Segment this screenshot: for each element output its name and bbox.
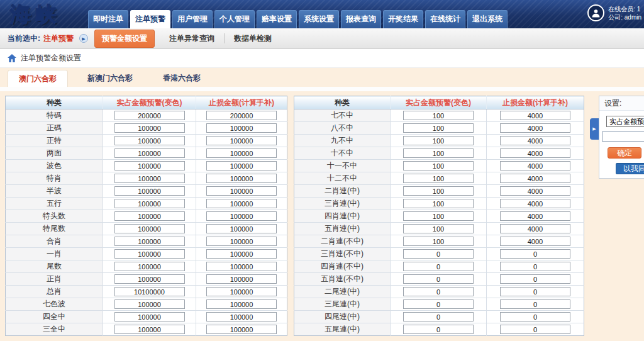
stop-amount-input[interactable] [500, 136, 570, 145]
warn-amount-input[interactable] [403, 262, 474, 271]
warn-amount-input[interactable] [403, 287, 474, 296]
warn-amount-input[interactable] [114, 161, 185, 170]
bet-kind-label: 正碼 [6, 122, 103, 135]
stop-amount-input[interactable] [500, 287, 570, 296]
stop-amount-input[interactable] [206, 299, 277, 309]
warn-amount-input[interactable] [403, 224, 474, 233]
warn-amount-input[interactable] [114, 186, 185, 196]
stop-amount-input[interactable] [206, 174, 277, 183]
nav-tab-9[interactable]: 退出系统 [467, 10, 508, 28]
stop-amount-input[interactable] [206, 211, 277, 221]
warn-amount-input[interactable] [403, 123, 474, 133]
warning-type-select[interactable]: 实占金额预警 [606, 116, 644, 127]
stop-amount-input[interactable] [500, 174, 570, 183]
warn-amount-input[interactable] [403, 325, 474, 334]
warn-amount-input[interactable] [114, 211, 185, 221]
stop-amount-input[interactable] [500, 161, 570, 170]
warn-amount-cell [103, 311, 196, 323]
stop-amount-input[interactable] [500, 262, 570, 271]
warn-amount-input[interactable] [403, 161, 474, 170]
nav-tab-2[interactable]: 用户管理 [172, 10, 213, 28]
warn-amount-input[interactable] [114, 136, 185, 145]
toolbar-button-2[interactable]: 数据单检测 [225, 33, 281, 44]
stop-amount-input[interactable] [500, 274, 570, 284]
stop-amount-input[interactable] [500, 299, 570, 309]
lottery-tab-2[interactable]: 香港六合彩 [152, 70, 211, 87]
stop-amount-input[interactable] [206, 136, 277, 145]
stop-amount-input[interactable] [206, 325, 277, 334]
stop-amount-input[interactable] [206, 111, 277, 120]
warn-amount-input[interactable] [114, 262, 185, 271]
warn-amount-input[interactable] [114, 325, 185, 334]
warn-amount-input[interactable] [114, 148, 185, 158]
home-icon [8, 54, 16, 62]
stop-amount-input[interactable] [500, 312, 570, 321]
stop-amount-input[interactable] [500, 249, 570, 259]
warn-amount-input[interactable] [114, 224, 185, 233]
warn-amount-input[interactable] [403, 186, 474, 196]
stop-amount-input[interactable] [500, 199, 570, 208]
expand-arrow-icon[interactable]: ▶ [79, 34, 88, 43]
stop-amount-input[interactable] [500, 111, 570, 120]
stop-amount-input[interactable] [500, 186, 570, 196]
warn-amount-input[interactable] [403, 148, 474, 158]
warn-amount-input[interactable] [403, 237, 474, 246]
nav-tab-4[interactable]: 赔率设置 [257, 10, 297, 28]
warn-amount-input[interactable] [403, 249, 474, 259]
nav-tab-8[interactable]: 在线统计 [425, 10, 465, 28]
warn-amount-input[interactable] [114, 174, 185, 183]
stop-amount-input[interactable] [206, 262, 277, 271]
warn-amount-input[interactable] [403, 211, 474, 221]
stop-amount-input[interactable] [206, 312, 277, 321]
warn-amount-cell [103, 147, 196, 160]
page-title: 注单预警金额设置 [21, 53, 81, 64]
stop-amount-input[interactable] [500, 148, 570, 158]
warn-amount-cell [103, 210, 196, 223]
warn-amount-input[interactable] [114, 299, 185, 309]
warn-amount-input[interactable] [403, 111, 474, 120]
warn-amount-input[interactable] [403, 199, 474, 208]
lottery-tab-0[interactable]: 澳门六合彩 [8, 70, 68, 87]
warn-amount-input[interactable] [403, 136, 474, 145]
nav-tab-5[interactable]: 系统设置 [299, 10, 339, 28]
stop-amount-input[interactable] [206, 123, 277, 133]
stop-amount-input[interactable] [500, 211, 570, 221]
warn-amount-input[interactable] [114, 123, 185, 133]
stop-amount-input[interactable] [500, 237, 570, 246]
batch-amount-input[interactable] [602, 131, 644, 142]
nav-tab-6[interactable]: 报表查询 [341, 10, 381, 28]
stop-amount-input[interactable] [206, 148, 277, 158]
warn-amount-input[interactable] [114, 274, 185, 284]
nav-tab-7[interactable]: 开奖结果 [383, 10, 423, 28]
nav-tab-0[interactable]: 即时注单 [88, 10, 128, 28]
toolbar-button-1[interactable]: 注单异常查询 [160, 33, 224, 44]
stop-amount-input[interactable] [206, 161, 277, 170]
stop-amount-input[interactable] [206, 186, 277, 196]
stop-amount-input[interactable] [206, 199, 277, 208]
sync-to-subordinates-button[interactable]: 以我同步下级 [616, 163, 644, 174]
warn-amount-input[interactable] [114, 249, 185, 259]
warn-amount-input[interactable] [403, 299, 474, 309]
warn-amount-input[interactable] [114, 199, 185, 208]
stop-amount-input[interactable] [206, 274, 277, 284]
warn-amount-input[interactable] [403, 312, 474, 321]
lottery-tab-1[interactable]: 新澳门六合彩 [77, 70, 143, 87]
panel-collapse-toggle[interactable]: ▶ [590, 118, 599, 140]
nav-tab-1[interactable]: 注单预警 [130, 10, 170, 28]
stop-amount-input[interactable] [500, 224, 570, 233]
warn-amount-input[interactable] [114, 111, 185, 120]
stop-amount-input[interactable] [206, 237, 277, 246]
warn-amount-input[interactable] [114, 237, 185, 246]
stop-amount-input[interactable] [500, 325, 570, 334]
stop-amount-input[interactable] [206, 224, 277, 233]
nav-tab-3[interactable]: 个人管理 [214, 10, 255, 28]
warn-amount-input[interactable] [114, 312, 185, 321]
stop-amount-input[interactable] [500, 123, 570, 133]
toolbar-button-0[interactable]: 预警金额设置 [94, 30, 155, 48]
warn-amount-input[interactable] [114, 287, 185, 296]
confirm-button[interactable]: 确定 [608, 147, 641, 159]
warn-amount-input[interactable] [403, 274, 474, 284]
warn-amount-input[interactable] [403, 174, 474, 183]
stop-amount-input[interactable] [206, 287, 277, 296]
stop-amount-input[interactable] [206, 249, 277, 259]
